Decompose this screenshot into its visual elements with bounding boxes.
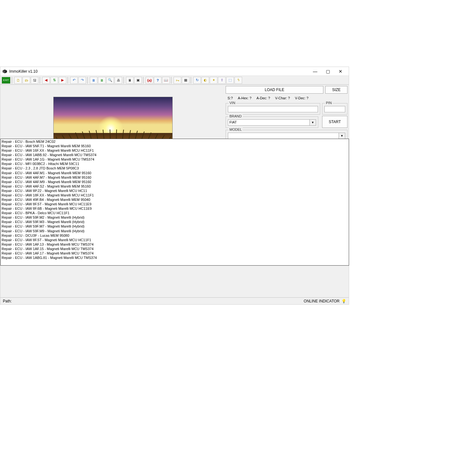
dropdown-option[interactable]: Repair - ECU - IAW 1ABB.92 - Magneti Mar… bbox=[2, 153, 348, 157]
vin-input[interactable] bbox=[228, 106, 318, 112]
book-button[interactable]: 📖 bbox=[162, 77, 170, 84]
dropdown-option[interactable]: Repair - ECU - IAW 59F.M7 - Magneti Mare… bbox=[2, 224, 348, 228]
pin-label: PIN bbox=[325, 101, 333, 105]
select-button[interactable]: ⬚ bbox=[226, 77, 234, 84]
dropdown-option[interactable]: Repair - ECU - IAW 8F.5T - Magneti Marel… bbox=[2, 238, 348, 242]
brand-label: BRAND bbox=[228, 114, 243, 118]
dropdown-option[interactable]: Repair - ECU - IAW 1ABG.81 - Magneti Mar… bbox=[2, 255, 348, 260]
info-vchar: V-Char: ? bbox=[275, 96, 290, 100]
path-label: Path: bbox=[3, 299, 304, 303]
print-button[interactable]: 🖶 bbox=[115, 77, 122, 84]
dropdown-option[interactable]: Repair - ECU - IAW 1AF.15 - Magneti Mare… bbox=[2, 247, 348, 251]
dropdown-option[interactable]: Repair - ECU - IAW 18F.XX - Magneti Mare… bbox=[2, 193, 348, 197]
undo-button[interactable]: ↶ bbox=[70, 77, 78, 84]
exit-button[interactable]: EXIT bbox=[2, 77, 10, 84]
info-row: S:? A-Hex: ? A-Dec: ? V-Char: ? V-Dec: ? bbox=[226, 95, 347, 101]
close-button[interactable]: ✕ bbox=[334, 68, 347, 75]
info-adec: A-Dec: ? bbox=[256, 96, 270, 100]
dropdown-option[interactable]: Repair - ECU - IAW 59F.M3 - Magneti Mare… bbox=[2, 220, 348, 224]
brand-combo[interactable]: FIAT ▼ bbox=[228, 119, 316, 126]
model-combo[interactable]: ▼ bbox=[228, 133, 345, 139]
pin-fieldset: PIN bbox=[322, 103, 347, 115]
reload-button[interactable]: ↻ bbox=[193, 77, 201, 84]
start-button[interactable]: START bbox=[322, 116, 347, 128]
dropdown-option[interactable]: Repair - ECU - BPKA - Delco MCU HC11F1 bbox=[2, 211, 348, 215]
screen-button[interactable]: ▣ bbox=[134, 77, 142, 84]
dropdown-option[interactable]: Repair - ECU - IAW 8P.22 - Magneti Marel… bbox=[2, 188, 348, 193]
key-button[interactable]: 🗝 bbox=[174, 77, 181, 84]
model-label: MODEL bbox=[228, 128, 243, 131]
dropdown-option[interactable]: Repair - ECU - IAW 49F.B4 - Magneti Mare… bbox=[2, 197, 348, 202]
find-button[interactable]: 🔍 bbox=[106, 77, 114, 84]
model-dropdown-list[interactable]: Repair - ECU - Bosch MEM 24C02Repair - E… bbox=[0, 139, 349, 266]
info-vdec: V-Dec: ? bbox=[295, 96, 308, 100]
pin-button[interactable]: ⇧ bbox=[218, 77, 226, 84]
dropdown-option[interactable]: Repair - ECU - IAW 4AF.M9 - Magneti Mare… bbox=[2, 180, 348, 184]
dropdown-option[interactable]: Repair - ECU - IAW 16F.XX - Magneti Mare… bbox=[2, 148, 348, 153]
dropdown-option[interactable]: Repair - ECU - MFI 003BC2 - Hitachi MEM … bbox=[2, 162, 348, 166]
minimize-button[interactable]: — bbox=[309, 68, 321, 75]
inspect-button[interactable]: 🗎 bbox=[90, 77, 97, 84]
dropdown-option[interactable]: Repair - ECU - IAW 4AF.M1 - Magneti Mare… bbox=[2, 171, 348, 175]
format-a-button[interactable]: {a} bbox=[146, 77, 153, 84]
online-indicator: ONLINE INDICATOR bbox=[304, 299, 340, 303]
content-area: By User: Malcolm V.A.GIMMO 5WK4 678 - HC… bbox=[0, 85, 349, 297]
refresh-doc-button[interactable]: 🗎 bbox=[98, 77, 106, 84]
chevron-down-icon[interactable]: ▼ bbox=[339, 133, 345, 139]
dropdown-option[interactable]: Repair - ECU - 2.3 , 2.8 JTD Bosch MEM 5… bbox=[2, 166, 348, 170]
save-file-button[interactable]: 🖫 bbox=[31, 77, 38, 84]
vin-label: VIN bbox=[228, 101, 236, 105]
export-button[interactable]: ▶ bbox=[59, 77, 66, 84]
brand-fieldset: BRAND FIAT ▼ bbox=[226, 116, 318, 128]
info-ahex: A-Hex: ? bbox=[238, 96, 252, 100]
titlebar: ImmoKiller v1.10 — ▢ ✕ bbox=[0, 67, 349, 76]
statusbar: Path: ONLINE INDICATOR 💡 bbox=[0, 297, 349, 304]
help-button[interactable]: ? bbox=[154, 77, 162, 84]
load-file-button[interactable]: LOAD FILE bbox=[226, 86, 323, 94]
dropdown-option[interactable]: Repair - ECU - IAW 8F.6B - Magneti Marel… bbox=[2, 206, 348, 211]
window-title: ImmoKiller v1.10 bbox=[9, 69, 309, 74]
new-file-button[interactable]: 🗋 bbox=[14, 77, 22, 84]
brand-value: FIAT bbox=[228, 119, 310, 126]
chevron-down-icon[interactable]: ▼ bbox=[310, 119, 316, 126]
dropdown-option[interactable]: Repair - ECU - IAW 1AF.1G - Magneti Mare… bbox=[2, 157, 348, 162]
dropdown-option[interactable]: Repair - ECU - DCU3F - Lucas MEM 95080 bbox=[2, 233, 348, 238]
partial-button[interactable]: ◐ bbox=[202, 77, 209, 84]
dropdown-option[interactable]: Repair - ECU - IAW 5NF.T1 - Magneti Mare… bbox=[2, 144, 348, 148]
pin-input[interactable] bbox=[324, 106, 345, 112]
spark-button[interactable]: ϟ bbox=[235, 77, 242, 84]
new-star-button[interactable]: ✦ bbox=[210, 77, 217, 84]
maximize-button[interactable]: ▢ bbox=[321, 68, 334, 75]
calculator-button[interactable]: 🖩 bbox=[126, 77, 134, 84]
dropdown-option[interactable]: Repair - ECU - IAW 1AF.17 - Magneti Mare… bbox=[2, 251, 348, 255]
dropdown-option[interactable]: Repair - ECU - IAW 59F.M9 - Magneti Mare… bbox=[2, 229, 348, 233]
model-value bbox=[228, 133, 339, 139]
size-button[interactable]: SIZE bbox=[325, 86, 347, 94]
dropdown-option[interactable]: Repair - ECU - IAW 4AF.S2 - Magneti Mare… bbox=[2, 184, 348, 188]
dropdown-option[interactable]: Repair - ECU - IAW 4AF.M7 - Magneti Mare… bbox=[2, 175, 348, 180]
redo-button[interactable]: ↷ bbox=[78, 77, 86, 84]
dropdown-option[interactable]: Repair - ECU - Bosch MEM 24C02 bbox=[2, 139, 348, 144]
app-window: ImmoKiller v1.10 — ▢ ✕ EXIT 🗋 🗁 🖫 ◀ ⇅ ▶ … bbox=[0, 67, 349, 305]
window-controls: — ▢ ✕ bbox=[309, 68, 347, 75]
chip-button[interactable]: ▦ bbox=[182, 77, 189, 84]
right-panel: LOAD FILE SIZE S:? A-Hex: ? A-Dec: ? V-C… bbox=[226, 85, 349, 297]
toolbar: EXIT 🗋 🗁 🖫 ◀ ⇅ ▶ ↶ ↷ 🗎 🗎 🔍 🖶 🖩 ▣ {a} ? 📖… bbox=[0, 76, 349, 85]
bulb-icon: 💡 bbox=[341, 299, 346, 303]
import-button[interactable]: ◀ bbox=[42, 77, 50, 84]
open-file-button[interactable]: 🗁 bbox=[23, 77, 30, 84]
transfer-button[interactable]: ⇅ bbox=[50, 77, 58, 84]
vin-fieldset: VIN bbox=[226, 103, 320, 115]
info-s: S:? bbox=[228, 96, 233, 100]
dropdown-option[interactable]: Repair - ECU - IAW 1AF.13 - Magneti Mare… bbox=[2, 242, 348, 247]
app-icon bbox=[2, 69, 7, 74]
dropdown-option[interactable]: Repair - ECU - IAW 8F.5T - Magneti Marel… bbox=[2, 202, 348, 206]
dropdown-option[interactable]: Repair - ECU - IAW 59F.M2 - Magneti Mare… bbox=[2, 215, 348, 220]
